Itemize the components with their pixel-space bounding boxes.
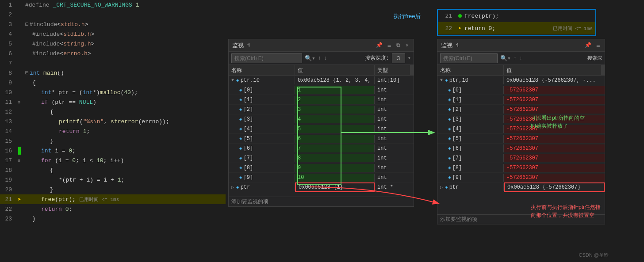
after-row-ptr10: ▼ ◈ ptr,10 0x00ac5128 {-572662307, -... xyxy=(437,76,605,85)
after-row-0: ◈ [0] -572662307 xyxy=(437,85,605,95)
panel-after-minimize[interactable]: ▬ xyxy=(595,42,601,49)
watch-row-6: ◈ [6] 7 int xyxy=(229,144,414,153)
code-line-11: 11 ⊟ if (ptr == NULL) xyxy=(0,97,226,107)
watch-row-ptr: ▷ ◈ ptr 0x00ac5128 {1} int * xyxy=(229,182,414,192)
green-dot-21 xyxy=(458,14,462,18)
code-line-16: 16 int i = 0; xyxy=(0,146,226,156)
watch-row-9: ◈ [9] 10 int xyxy=(229,173,414,182)
code-line-15: 15 } xyxy=(0,136,226,146)
code-snippet-top-right: 21 free(ptr); 22 ➤ return 0; 已用时间 <= 1ms xyxy=(437,9,596,36)
watch-row-ptr10: ▼ ◈ ptr,10 0x00ac5128 {1, 2, 3, 4, 5, 6,… xyxy=(229,76,414,85)
csdn-watermark: CSDN @圣晗 xyxy=(579,252,609,258)
panel-before-controls: 📌 ▬ ⧉ ✕ xyxy=(375,42,410,49)
watch-panel-before-title: 监视 1 xyxy=(232,42,251,49)
panel-before-float[interactable]: ⧉ xyxy=(395,42,402,49)
after-row-8: ◈ [8] -572662307 xyxy=(437,163,605,173)
code-line-21: 21 ➤ free(ptr);已用时间 <= 1ms xyxy=(0,194,226,204)
after-row-9: ◈ [9] -572662307 xyxy=(437,173,605,182)
code-line-6: 6 #include<errno.h> xyxy=(0,49,226,58)
code-line-8: 8 ⊟int main() xyxy=(0,68,226,78)
watch-row-2: ◈ [2] 3 int xyxy=(229,105,414,114)
code-line-9: 9 { xyxy=(0,78,226,87)
watch-panel-before-titlebar: 监视 1 📌 ▬ ⧉ ✕ xyxy=(229,39,414,52)
type-ptr10: int[10] xyxy=(375,76,414,84)
panel-before-close[interactable]: ✕ xyxy=(404,42,410,49)
code-line-4: 4 #include<stdlib.h> xyxy=(0,29,226,39)
code-line-7: 7 xyxy=(0,58,226,68)
after-row-ptr: ▷ ◈ ptr 0x00ac5128 {-572662307} xyxy=(437,182,605,192)
snippet-line-21: 21 free(ptr); xyxy=(438,10,595,22)
depth-after-label: 搜索深 xyxy=(587,55,602,61)
expand-ptr[interactable]: ▷ xyxy=(231,185,234,190)
watch-before-rows: ▼ ◈ ptr,10 0x00ac5128 {1, 2, 3, 4, 5, 6,… xyxy=(229,76,414,197)
watch-before-search-bar: 🔍▾ ↑ ↓ 搜索深度: ▾ xyxy=(229,52,414,65)
watch-before-headers: 名称 值 类型 xyxy=(229,65,414,76)
depth-input[interactable] xyxy=(392,53,405,63)
panel-before-minimize[interactable]: ▬ xyxy=(387,42,392,49)
search-after-down[interactable]: ↓ xyxy=(519,55,522,61)
add-watch-before[interactable]: 添加要监视的项 xyxy=(229,197,414,206)
name-ptr10: ▼ ◈ ptr,10 xyxy=(229,76,295,84)
after-col-value: 值 xyxy=(504,65,601,75)
after-row-6: ◈ [6] -572662307 xyxy=(437,144,605,153)
watch-after-search-bar: 🔍▾ ↑ ↓ 搜索深 xyxy=(437,52,605,65)
code-line-2: 2 xyxy=(0,10,226,19)
search-icon[interactable]: 🔍▾ xyxy=(305,55,315,62)
code-line-20: 20 } xyxy=(0,185,226,194)
code-line-10: 10 int* ptr = (int*)malloc(40); xyxy=(0,87,226,97)
watch-before-search-input[interactable] xyxy=(231,53,302,63)
watch-row-8: ◈ [8] 9 int xyxy=(229,163,414,173)
search-after-up[interactable]: ↑ xyxy=(514,55,517,61)
snippet-line-22: 22 ➤ return 0; 已用时间 <= 1ms xyxy=(438,22,595,34)
search-after-icon[interactable]: 🔍▾ xyxy=(500,55,511,62)
after-expand-ptr10[interactable]: ▼ xyxy=(440,78,443,83)
code-line-23: 23 } xyxy=(0,214,226,224)
after-row-5: ◈ [5] -572662307 xyxy=(437,134,605,144)
watch-panel-after-title: 监视 1 xyxy=(441,42,460,49)
after-col-name: 名称 xyxy=(437,65,504,75)
after-row-7: ◈ [7] -572662307 xyxy=(437,153,605,163)
code-line-1: 1 #define _CRT_SECURE_NO_WARNINGS 1 xyxy=(0,0,226,10)
watch-row-0: ◈ [0] 1 int xyxy=(229,85,414,95)
watch-panel-before: 监视 1 📌 ▬ ⧉ ✕ 🔍▾ ↑ ↓ 搜索深度: ▾ 名称 值 类型 ▼ ◈ … xyxy=(228,39,414,207)
code-line-14: 14 return 1; xyxy=(0,126,226,136)
watch-row-4: ◈ [4] 5 int xyxy=(229,124,414,134)
panel-after-controls: 📌 ▬ xyxy=(583,42,601,49)
panel-before-pin[interactable]: 📌 xyxy=(375,42,384,49)
watch-panel-after-titlebar: 监视 1 📌 ▬ xyxy=(437,39,605,52)
watch-panel-after: 监视 1 📌 ▬ 🔍▾ ↑ ↓ 搜索深 名称 值 ▼ ◈ ptr,10 0x00… xyxy=(437,39,605,224)
after-row-1: ◈ [1] -572662307 xyxy=(437,95,605,105)
after-scrollbar[interactable] xyxy=(601,65,605,75)
watch-row-1: ◈ [1] 2 int xyxy=(229,95,414,105)
scrollbar[interactable] xyxy=(410,65,414,75)
after-expand-ptr[interactable]: ▷ xyxy=(440,185,443,190)
watch-after-search-input[interactable] xyxy=(440,53,498,63)
code-line-19: 19 *(ptr + i) = i + 1; xyxy=(0,175,226,185)
annotation-can-see: 可以看出ptr所指向的空 间确实被释放了 xyxy=(531,114,585,130)
code-line-17: 17 ⊟ for (i = 0; i < 10; i++) xyxy=(0,156,226,165)
watch-after-rows: ▼ ◈ ptr,10 0x00ac5128 {-572662307, -... … xyxy=(437,76,605,214)
annotation-pointer-note: 执行前与执行后指针ptr任然指 向那个位置，并没有被置空 xyxy=(531,203,601,219)
code-line-13: 13 printf("%s\n", strerror(errno)); xyxy=(0,117,226,126)
depth-arrow[interactable]: ▾ xyxy=(408,55,411,61)
col-value: 值 xyxy=(295,65,375,75)
search-up-btn[interactable]: ↑ xyxy=(318,55,321,61)
after-row-2: ◈ [2] -572662307 xyxy=(437,105,605,114)
watch-row-5: ◈ [5] 6 int xyxy=(229,134,414,144)
watch-row-7: ◈ [7] 8 int xyxy=(229,153,414,163)
code-line-5: 5 #include<string.h> xyxy=(0,39,226,49)
val-ptr10: 0x00ac5128 {1, 2, 3, 4, 5, 6, ... xyxy=(295,76,375,84)
annotation-execute-free: 执行free后 xyxy=(394,12,421,20)
search-down-btn[interactable]: ↓ xyxy=(324,55,327,61)
code-editor: 1 #define _CRT_SECURE_NO_WARNINGS 1 2 3 … xyxy=(0,0,226,262)
expand-ptr10[interactable]: ▼ xyxy=(231,78,234,83)
code-line-3: 3 ⊟#include<stdio.h> xyxy=(0,19,226,29)
code-line-12: 12 { xyxy=(0,107,226,117)
code-line-22: 22 return 0; xyxy=(0,204,226,214)
code-line-18: 18 { xyxy=(0,165,226,175)
col-type: 类型 xyxy=(375,65,410,75)
col-name: 名称 xyxy=(229,65,295,75)
panel-after-pin[interactable]: 📌 xyxy=(583,42,593,49)
watch-after-headers: 名称 值 xyxy=(437,65,605,76)
depth-label: 搜索深度: xyxy=(365,54,389,62)
